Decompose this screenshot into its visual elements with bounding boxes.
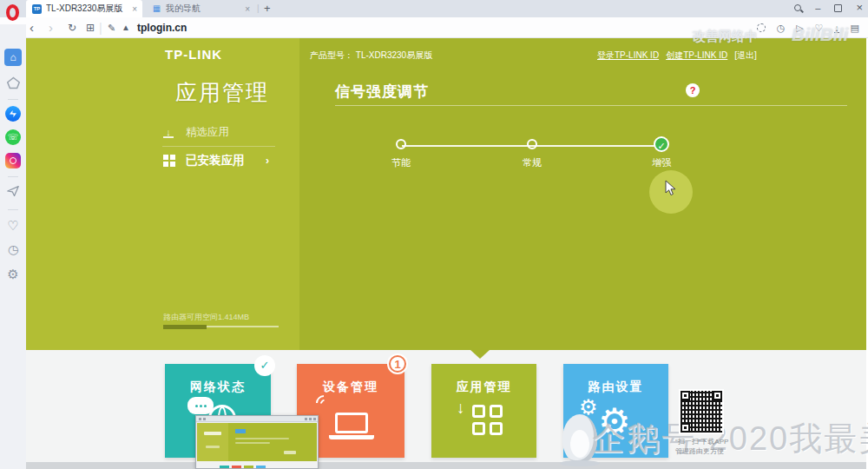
camera-ring-icon [10, 157, 16, 164]
create-tplink-id-link[interactable]: 创建TP-LINK ID [666, 50, 727, 62]
opera-logo-icon[interactable] [6, 4, 19, 21]
search-icon[interactable] [794, 4, 801, 11]
instagram-icon[interactable] [5, 153, 21, 168]
history-clock-icon[interactable]: ◷ [777, 23, 786, 34]
tab-my-navigation[interactable]: ▦ 我的导航 × [146, 0, 255, 17]
snapshot-icon[interactable] [757, 23, 766, 32]
login-tplink-id-link[interactable]: 登录TP-LINK ID [597, 50, 659, 62]
tab-title: TL-XDR3230易展版 [46, 3, 127, 15]
reload-button[interactable]: ↻ [68, 17, 76, 38]
divider: | [99, 17, 102, 38]
mini-window-content [197, 423, 317, 468]
grid-favicon: ▦ [152, 4, 161, 14]
divider [162, 146, 275, 147]
mini-window-titlebar [196, 416, 318, 422]
qr-finder [681, 391, 690, 400]
account-links: 登录TP-LINK ID 创建TP-LINK ID [退出] [597, 50, 757, 62]
penguin-feet [560, 460, 600, 466]
progress-fill [163, 325, 207, 329]
browser-tab-bar: TP TL-XDR3230易展版 × ▦ 我的导航 × | + – × [0, 0, 868, 17]
status-check-badge: ✓ [254, 355, 275, 376]
qr-caption-line1: “扫一扫”下载APP [675, 437, 745, 446]
mini-card-blue [256, 466, 266, 468]
tab-separator: | [257, 3, 260, 13]
close-window-button[interactable]: × [856, 2, 863, 14]
mini-text-blob [235, 438, 289, 439]
qr-caption-line2: 管理路由更方便 [675, 446, 745, 456]
slider-stop-enhanced-selected[interactable]: ✓ [654, 136, 669, 152]
easy-setup-pentagon-icon[interactable] [0, 76, 26, 93]
notification-count-badge: 1 [389, 355, 406, 373]
edit-url-icon[interactable]: ✎ [108, 17, 115, 38]
new-tab-button[interactable]: + [264, 2, 271, 15]
tp-link-logo: TP-LINK [165, 47, 222, 62]
card-label: 网络状态 [165, 380, 271, 395]
slider-stop-energy-saving[interactable] [396, 139, 406, 149]
mini-nav-panel [197, 423, 228, 461]
qr-finder [681, 423, 690, 433]
top-watermark-logo: BiliBili [792, 24, 848, 45]
screen: TP TL-XDR3230易展版 × ▦ 我的导航 × | + – × ‹ › … [0, 0, 868, 469]
tab-title: 我的导航 [166, 3, 240, 15]
card-label: 路由设置 [563, 380, 668, 395]
menu-item-installed-apps[interactable]: 已安装应用 › [163, 153, 280, 168]
apps-grid-icon [163, 155, 175, 167]
mouse-cursor [665, 180, 676, 200]
menu-label: 精选应用 [186, 125, 229, 140]
section-title: 信号强度调节 [335, 82, 429, 102]
laptop-base-icon [329, 435, 374, 439]
menu-item-featured-apps[interactable]: ↓ 精选应用 [163, 125, 229, 140]
active-tab-notch [470, 350, 490, 359]
slider-label: 常规 [513, 156, 551, 169]
laptop-icon [335, 413, 368, 433]
apps-grid-icon [472, 405, 503, 435]
mini-text-blob [235, 442, 270, 444]
divider [8, 176, 18, 177]
app-download-qr-code [679, 389, 724, 434]
bolt-icon [10, 110, 16, 117]
speed-dial-home-icon[interactable]: ⌂ [4, 49, 22, 66]
whatsapp-icon[interactable]: ☏ [5, 129, 21, 145]
forward-button[interactable]: › [49, 17, 53, 38]
tab-close-icon[interactable]: × [132, 4, 137, 14]
tab-close-icon[interactable]: × [245, 4, 250, 14]
url-field[interactable]: tplogin.cn [137, 17, 187, 38]
site-security-warning-icon[interactable]: ▲ [122, 17, 130, 38]
help-icon[interactable]: ? [686, 83, 700, 97]
menu-label: 已安装应用 [186, 153, 245, 168]
chevron-right-icon: › [266, 155, 269, 167]
mini-preview-window [195, 415, 319, 469]
penguin-belly [570, 430, 589, 458]
settings-gear-icon[interactable]: ⚙ [0, 267, 26, 282]
divider [335, 105, 847, 106]
router-main-panel: 产品型号： TL-XDR3230易展版 登录TP-LINK ID 创建TP-LI… [299, 38, 866, 350]
download-arrow-icon: ↓ [457, 399, 465, 418]
tp-link-favicon: TP [32, 4, 42, 14]
logout-link[interactable]: [退出] [734, 50, 757, 62]
maximize-button[interactable] [834, 4, 842, 12]
back-button[interactable]: ‹ [30, 17, 34, 38]
slider-label: 增强 [642, 156, 681, 169]
bottom-gray-strip [26, 462, 866, 469]
page-title: 应用管理 [175, 78, 269, 107]
storage-progress-bar [163, 325, 279, 329]
mini-button-blob [235, 429, 246, 433]
slider-stop-normal[interactable] [527, 139, 537, 149]
speed-dial-icon[interactable]: ⊞ [86, 17, 95, 38]
card-app-management-active[interactable]: 应用管理 ↓ [431, 364, 536, 458]
sidebar-panels-icon[interactable]: ▤ [851, 23, 859, 34]
tab-router-admin[interactable]: TP TL-XDR3230易展版 × [26, 0, 142, 17]
minimize-button[interactable]: – [815, 2, 820, 14]
mini-card-orange [232, 466, 241, 468]
top-watermark-text: 改善网络中 [693, 29, 758, 45]
bookmarks-heart-icon[interactable]: ♡ [0, 218, 26, 234]
history-clock-icon[interactable]: ◷ [0, 242, 26, 256]
messenger-icon[interactable] [5, 106, 21, 122]
divider [8, 209, 18, 210]
mini-text-blob [204, 432, 221, 435]
card-label: 设备管理 [297, 380, 404, 395]
window-controls: – × [794, 2, 863, 14]
divider [8, 99, 18, 100]
my-flow-plane-icon[interactable] [0, 185, 26, 201]
opera-sidebar: ⌂ ☏ ♡ ◷ ⚙ [0, 24, 26, 469]
